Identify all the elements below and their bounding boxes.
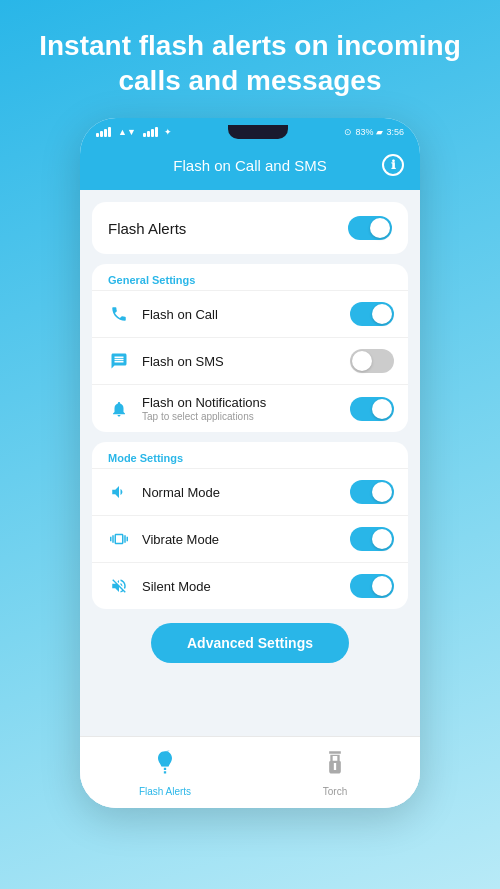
bottom-nav: Flash Alerts Torch bbox=[80, 736, 420, 808]
normal-mode-text: Normal Mode bbox=[142, 485, 350, 500]
content-scroll: Flash Alerts General Settings Flash on C… bbox=[80, 190, 420, 736]
silent-mode-title: Silent Mode bbox=[142, 579, 350, 594]
nav-item-flash-alerts[interactable]: Flash Alerts bbox=[80, 737, 250, 808]
flash-on-notifications-subtitle: Tap to select applications bbox=[142, 411, 350, 422]
flash-on-call-row: Flash on Call bbox=[92, 290, 408, 337]
info-button[interactable]: ℹ bbox=[382, 154, 404, 176]
app-header: Flash on Call and SMS ℹ bbox=[80, 146, 420, 190]
mode-settings-label: Mode Settings bbox=[92, 442, 408, 468]
signal-icon bbox=[96, 127, 111, 137]
flash-alerts-card: Flash Alerts bbox=[92, 202, 408, 254]
flash-on-notifications-text: Flash on Notifications Tap to select app… bbox=[142, 395, 350, 422]
phone-frame: ▲▼ ✦ ⊙ 83% ▰ 3:56 Flash on Call and SMS … bbox=[80, 118, 420, 808]
flash-alerts-row: Flash Alerts bbox=[92, 202, 408, 254]
flash-on-sms-title: Flash on SMS bbox=[142, 354, 350, 369]
mode-settings-card: Mode Settings Normal Mode bbox=[92, 442, 408, 609]
flash-on-call-text: Flash on Call bbox=[142, 307, 350, 322]
vibrate-mode-title: Vibrate Mode bbox=[142, 532, 350, 547]
flash-on-sms-row: Flash on SMS bbox=[92, 337, 408, 384]
signal2-icon bbox=[143, 127, 158, 137]
flash-alerts-nav-icon bbox=[151, 749, 179, 783]
advanced-settings-button[interactable]: Advanced Settings bbox=[151, 623, 349, 663]
general-settings-card: General Settings Flash on Call bbox=[92, 264, 408, 432]
battery-pct: 83% bbox=[355, 127, 373, 137]
flash-on-call-title: Flash on Call bbox=[142, 307, 350, 322]
general-settings-label: General Settings bbox=[92, 264, 408, 290]
vibrate-mode-text: Vibrate Mode bbox=[142, 532, 350, 547]
normal-mode-toggle[interactable] bbox=[350, 480, 394, 504]
status-left: ▲▼ ✦ bbox=[96, 127, 172, 137]
phone-icon bbox=[106, 301, 132, 327]
flash-on-sms-text: Flash on SMS bbox=[142, 354, 350, 369]
flash-alerts-nav-label: Flash Alerts bbox=[139, 786, 191, 797]
normal-mode-title: Normal Mode bbox=[142, 485, 350, 500]
phone-content: Flash Alerts General Settings Flash on C… bbox=[80, 190, 420, 808]
header-title: Flash on Call and SMS bbox=[118, 157, 382, 174]
advanced-settings-wrap: Advanced Settings bbox=[92, 619, 408, 671]
flash-on-notifications-title: Flash on Notifications bbox=[142, 395, 350, 410]
flash-on-sms-toggle[interactable] bbox=[350, 349, 394, 373]
headline: Instant flash alerts on incoming calls a… bbox=[0, 0, 500, 118]
time-display: 3:56 bbox=[386, 127, 404, 137]
silent-mode-row: Silent Mode bbox=[92, 562, 408, 609]
vibrate-icon bbox=[106, 526, 132, 552]
volume-icon bbox=[106, 479, 132, 505]
silent-mode-toggle[interactable] bbox=[350, 574, 394, 598]
status-bar: ▲▼ ✦ ⊙ 83% ▰ 3:56 bbox=[80, 118, 420, 146]
status-right: ⊙ 83% ▰ 3:56 bbox=[344, 127, 404, 137]
wifi-icon: ⊙ bbox=[344, 127, 352, 137]
notch bbox=[228, 125, 288, 139]
vibrate-mode-toggle[interactable] bbox=[350, 527, 394, 551]
silent-mode-text: Silent Mode bbox=[142, 579, 350, 594]
sms-icon bbox=[106, 348, 132, 374]
flash-alerts-label: Flash Alerts bbox=[108, 220, 186, 237]
nav-item-torch[interactable]: Torch bbox=[250, 737, 420, 808]
flash-on-call-toggle[interactable] bbox=[350, 302, 394, 326]
torch-nav-icon bbox=[321, 749, 349, 783]
torch-nav-label: Torch bbox=[323, 786, 347, 797]
silent-icon bbox=[106, 573, 132, 599]
vibrate-mode-row: Vibrate Mode bbox=[92, 515, 408, 562]
bell-icon bbox=[106, 396, 132, 422]
normal-mode-row: Normal Mode bbox=[92, 468, 408, 515]
toggle-thumb bbox=[370, 218, 390, 238]
flash-on-notifications-toggle[interactable] bbox=[350, 397, 394, 421]
flash-alerts-toggle[interactable] bbox=[348, 216, 392, 240]
flash-on-notifications-row: Flash on Notifications Tap to select app… bbox=[92, 384, 408, 432]
